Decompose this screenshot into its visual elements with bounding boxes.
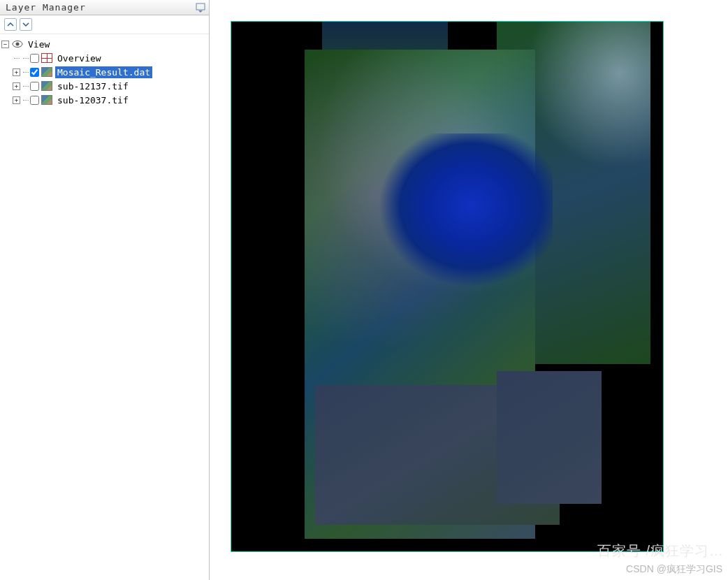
chevron-down-icon [22,21,29,28]
chevron-up-icon [7,21,14,28]
svg-point-2 [16,43,20,46]
expander-none [13,55,20,62]
layer-tree[interactable]: − View Overview+Mosaic_Result.dat+sub-12… [0,34,209,580]
watermark-line-2: CSDN @疯狂学习GIS [626,563,722,576]
expander-plus-icon[interactable]: + [13,96,20,104]
raster-layer-icon [41,81,52,91]
tree-root-label[interactable]: View [26,38,52,50]
panel-header: Layer Manager [0,0,209,15]
layer-visibility-checkbox[interactable] [30,54,39,63]
eye-icon [12,39,23,49]
layer-visibility-checkbox[interactable] [30,82,39,91]
tree-item[interactable]: +Mosaic_Result.dat [1,65,208,79]
tree-item-label[interactable]: Mosaic_Result.dat [55,66,152,78]
tree-root-view[interactable]: − View [1,37,208,51]
panel-title: Layer Manager [6,2,86,13]
tree-item[interactable]: +sub-12037.tif [1,93,208,107]
expander-plus-icon[interactable]: + [13,68,20,76]
imagery-region [497,371,602,504]
tree-connector [23,86,29,87]
tree-connector [23,58,29,59]
collapse-up-button[interactable] [4,18,17,31]
tree-connector [23,100,29,101]
imagery-water-body [371,133,553,294]
raster-layer-icon [41,67,52,77]
tree-item-label[interactable]: sub-12037.tif [55,94,131,106]
tree-item-label[interactable]: sub-12137.tif [55,80,131,92]
raster-layer-icon [41,95,52,105]
expander-minus-icon[interactable]: − [1,41,9,48]
image-canvas[interactable] [231,21,664,552]
tree-item[interactable]: Overview [1,51,208,65]
layer-manager-panel: Layer Manager − [0,0,210,580]
tree-item[interactable]: +sub-12137.tif [1,79,208,93]
expander-plus-icon[interactable]: + [13,82,20,90]
collapse-toolbar [0,15,209,34]
image-viewport[interactable]: 百家号 /疯狂学习… CSDN @疯狂学习GIS [210,0,728,580]
svg-rect-0 [196,3,205,10]
menu-dropdown-icon [196,3,205,13]
panel-menu-button[interactable] [195,2,206,13]
layer-visibility-checkbox[interactable] [30,96,39,105]
collapse-down-button[interactable] [20,18,32,31]
overview-icon [41,53,52,63]
watermark-line-1: 百家号 /疯狂学习… [597,542,724,560]
tree-connector [23,72,29,73]
layer-visibility-checkbox[interactable] [30,68,39,77]
tree-item-label[interactable]: Overview [55,52,103,64]
